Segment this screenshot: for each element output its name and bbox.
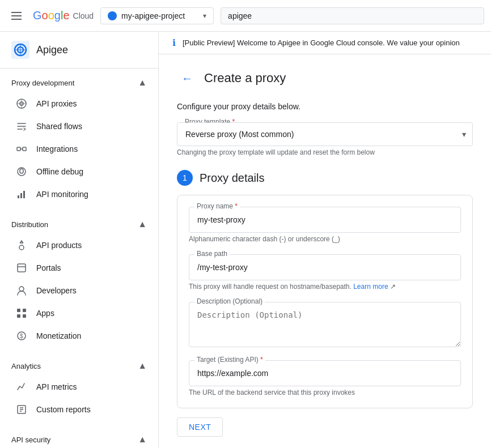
google-cloud-logo[interactable]: Google Cloud: [33, 9, 94, 22]
proxy-dev-label: Proxy development: [11, 79, 74, 87]
proxy-name-label: Proxy name: [194, 202, 240, 210]
back-button[interactable]: ←: [177, 68, 197, 88]
sidebar-item-monetization[interactable]: $ Monetization: [0, 325, 158, 347]
chevron-up-distribution-icon: ▲: [138, 219, 147, 229]
proxy-template-select-wrapper: Reverse proxy (Most common) ▾: [177, 122, 473, 146]
banner-text: [Public Preview] Welcome to Apigee in Go…: [183, 39, 460, 47]
svg-rect-20: [17, 309, 20, 312]
main-layout: Apigee Proxy development ▲ API proxies S…: [0, 32, 491, 448]
base-path-group: Base path This proxy will handle request…: [189, 254, 461, 291]
shared-flows-label: Shared flows: [36, 122, 82, 131]
monetization-label: Monetization: [36, 331, 81, 340]
sidebar-item-portals[interactable]: Portals: [0, 257, 158, 279]
svg-text:$: $: [20, 333, 23, 339]
project-selector[interactable]: my-apigee-project ▾: [100, 7, 214, 24]
sidebar-item-offline-debug[interactable]: Offline debug: [0, 160, 158, 183]
target-input[interactable]: [189, 360, 461, 386]
nav-section-header-proxy-dev[interactable]: Proxy development ▲: [0, 73, 158, 92]
hamburger-menu[interactable]: [7, 7, 26, 24]
api-proxies-label: API proxies: [36, 99, 77, 108]
sidebar-item-integrations[interactable]: Integrations: [0, 138, 158, 160]
app-logo: [11, 41, 29, 59]
portals-label: Portals: [36, 263, 61, 272]
sidebar-item-apps[interactable]: Apps: [0, 302, 158, 325]
apps-icon: [16, 308, 27, 319]
svg-rect-23: [23, 314, 26, 318]
sidebar-item-api-proxies[interactable]: API proxies: [0, 92, 158, 115]
nav-section-header-api-security[interactable]: API security ▲: [0, 430, 158, 448]
search-input[interactable]: [221, 7, 484, 24]
svg-rect-10: [23, 147, 26, 151]
sidebar-item-api-products[interactable]: API products: [0, 234, 158, 257]
nav-section-distribution: Distribution ▲ API products Portals Dev: [0, 210, 158, 352]
app-name: Apigee: [36, 44, 68, 56]
nav-section-header-distribution[interactable]: Distribution ▲: [0, 215, 158, 234]
chevron-up-icon: ▲: [138, 78, 147, 88]
monetization-icon: $: [16, 330, 27, 342]
next-button[interactable]: NEXT: [177, 417, 223, 437]
target-helper: The URL of the backend service that this…: [189, 389, 461, 396]
svg-rect-17: [18, 264, 26, 272]
integrations-label: Integrations: [36, 144, 78, 153]
svg-rect-15: [23, 191, 25, 198]
content-area: ℹ [Public Preview] Welcome to Apigee in …: [159, 32, 491, 448]
nav-section-api-security: API security ▲: [0, 425, 158, 448]
sidebar-item-developers[interactable]: Developers: [0, 279, 158, 302]
api-metrics-icon: [16, 381, 27, 392]
nav-section-proxy-dev: Proxy development ▲ API proxies Shared f…: [0, 69, 158, 210]
svg-rect-22: [17, 314, 20, 318]
developers-icon: [16, 285, 27, 296]
target-group: Target (Existing API) The URL of the bac…: [189, 360, 461, 396]
proxy-template-wrapper: Proxy template Reverse proxy (Most commo…: [177, 122, 473, 146]
sidebar-item-api-monitoring[interactable]: API monitoring: [0, 183, 158, 206]
top-bar: Google Cloud my-apigee-project ▾: [0, 0, 491, 32]
integrations-icon: [16, 143, 27, 155]
developers-label: Developers: [36, 286, 77, 295]
sidebar-item-custom-reports[interactable]: Custom reports: [0, 398, 158, 421]
description-label: Description (Optional): [194, 297, 265, 305]
analytics-label: Analytics: [11, 362, 41, 370]
api-products-label: API products: [36, 241, 82, 250]
base-path-label: Base path: [194, 250, 230, 258]
api-metrics-label: API metrics: [36, 382, 77, 391]
svg-rect-21: [23, 309, 26, 312]
app-header: Apigee: [0, 32, 158, 69]
page-content: ← Create a proxy Configure your proxy de…: [159, 54, 491, 448]
configure-text: Configure your proxy details below.: [177, 102, 473, 111]
sidebar-item-api-metrics[interactable]: API metrics: [0, 376, 158, 398]
api-monitoring-label: API monitoring: [36, 190, 88, 199]
nav-section-header-analytics[interactable]: Analytics ▲: [0, 356, 158, 376]
proxy-template-helper: Changing the proxy template will update …: [177, 148, 473, 156]
proxy-details-title: Proxy details: [200, 172, 265, 185]
chevron-down-security-icon: ▲: [138, 434, 147, 445]
description-input[interactable]: [189, 302, 461, 347]
chevron-up-analytics-icon: ▲: [138, 361, 147, 371]
target-label: Target (Existing API): [194, 356, 265, 364]
nav-section-analytics: Analytics ▲ API metrics Custom reports: [0, 352, 158, 425]
sidebar: Apigee Proxy development ▲ API proxies S…: [0, 32, 159, 448]
custom-reports-icon: [16, 404, 27, 415]
description-group: Description (Optional): [189, 302, 461, 349]
external-link-icon: ↗: [390, 283, 396, 291]
base-path-wrapper: Base path: [189, 254, 461, 280]
api-products-icon: [16, 240, 27, 251]
sidebar-item-shared-flows[interactable]: Shared flows: [0, 115, 158, 138]
svg-point-16: [19, 245, 24, 250]
shared-flows-icon: [16, 121, 27, 132]
svg-rect-14: [20, 193, 22, 198]
proxy-name-input[interactable]: [189, 207, 461, 233]
page-title: Create a proxy: [204, 71, 286, 86]
offline-debug-icon: [16, 166, 27, 177]
svg-rect-9: [17, 147, 20, 151]
base-path-input[interactable]: [189, 254, 461, 280]
learn-more-link[interactable]: Learn more: [353, 283, 388, 291]
apps-label: Apps: [36, 309, 54, 318]
step-badge: 1: [177, 170, 193, 186]
api-proxies-icon: [16, 98, 27, 109]
api-security-label: API security: [11, 436, 50, 444]
proxy-name-group: Proxy name Alphanumeric character dash (…: [189, 207, 461, 243]
dropdown-arrow-icon: ▾: [203, 12, 206, 20]
proxy-template-select[interactable]: Reverse proxy (Most common): [177, 122, 473, 146]
info-banner: ℹ [Public Preview] Welcome to Apigee in …: [159, 32, 491, 54]
custom-reports-label: Custom reports: [36, 405, 91, 414]
